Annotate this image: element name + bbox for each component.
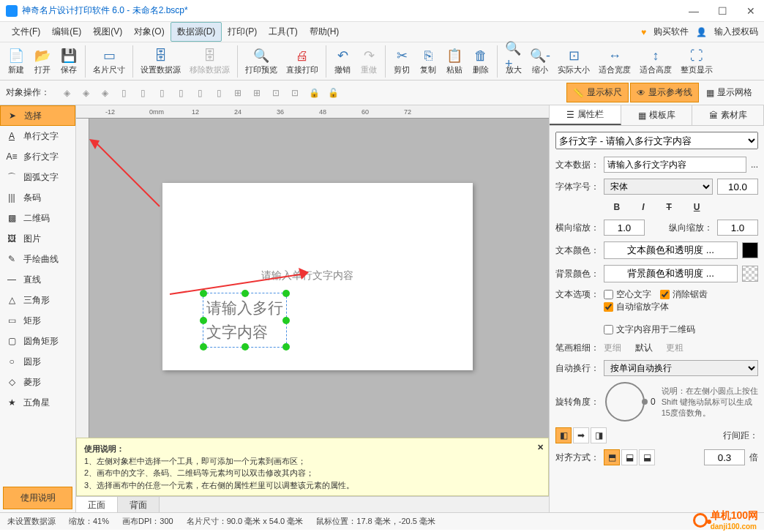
multi-line-text-element[interactable]: 请输入多行文字内容 <box>203 293 287 348</box>
tool-select[interactable]: ➤选择 <box>0 105 75 126</box>
align-bottom-icon[interactable]: ▯ <box>211 85 227 101</box>
object-selector[interactable]: 多行文字 - 请输入多行文字内容 <box>555 132 758 149</box>
antialias-checkbox[interactable]: 消除锯齿 <box>660 288 708 301</box>
ungroup-icon[interactable]: ⊡ <box>287 85 303 101</box>
fit-height-button[interactable]: ↕适合高度 <box>635 45 676 77</box>
layer-back-icon[interactable]: ◈ <box>97 85 113 101</box>
autoscale-font-checkbox[interactable]: 自动缩放字体 <box>604 301 758 313</box>
align-center-icon[interactable]: ▯ <box>135 85 151 101</box>
align-v-top-button[interactable]: ⬒ <box>604 449 620 465</box>
text-data-input[interactable] <box>604 157 746 173</box>
tool-star[interactable]: ★五角星 <box>0 392 75 413</box>
align-top-icon[interactable]: ▯ <box>173 85 189 101</box>
stroke-thick-button[interactable]: 更粗 <box>666 342 684 354</box>
tool-freehand[interactable]: ✎手绘曲线 <box>0 249 75 269</box>
tool-image[interactable]: 🖼图片 <box>0 228 75 249</box>
enter-code-link[interactable]: 输入授权码 <box>714 26 758 38</box>
stroke-thin-button[interactable]: 更细 <box>604 342 621 354</box>
fit-width-button[interactable]: ↔适合宽度 <box>594 45 635 77</box>
tool-single-text[interactable]: A单行文字 <box>0 126 75 146</box>
menu-view[interactable]: 视图(V) <box>87 23 128 41</box>
fit-page-button[interactable]: ⛶整页显示 <box>676 45 717 77</box>
close-button[interactable]: ✕ <box>744 5 758 17</box>
tool-rect[interactable]: ▭矩形 <box>0 310 75 331</box>
wrap-select[interactable]: 按单词自动换行 <box>604 360 758 376</box>
vscale-input[interactable] <box>717 220 758 236</box>
tab-properties[interactable]: ☰属性栏 <box>550 105 621 125</box>
resize-handle-s[interactable] <box>241 343 249 351</box>
menu-help[interactable]: 帮助(H) <box>304 23 345 41</box>
font-select[interactable]: 宋体 <box>604 179 713 195</box>
redo-button[interactable]: ↷重做 <box>356 45 382 77</box>
set-datasource-button[interactable]: 🗄设置数据源 <box>136 45 185 77</box>
group-icon[interactable]: ⊡ <box>268 85 284 101</box>
resize-handle-e[interactable] <box>282 317 290 324</box>
tab-assets[interactable]: 🏛素材库 <box>692 105 764 125</box>
save-button[interactable]: 💾保存 <box>56 45 82 77</box>
card-size-button[interactable]: ▭名片尺寸 <box>89 45 130 77</box>
bold-button[interactable]: B <box>609 201 624 214</box>
open-button[interactable]: 📂打开 <box>29 45 56 77</box>
tool-triangle[interactable]: △三角形 <box>0 290 75 310</box>
show-ruler-toggle[interactable]: 📏显示标尺 <box>566 83 629 102</box>
card-canvas[interactable]: 请输入单行文字内容 请输入多行文字内容 <box>162 183 473 370</box>
align-left-icon[interactable]: ▯ <box>116 85 132 101</box>
resize-handle-nw[interactable] <box>200 290 207 297</box>
lock-icon[interactable]: 🔒 <box>306 85 322 101</box>
maximize-button[interactable]: ☐ <box>715 5 730 17</box>
resize-handle-ne[interactable] <box>282 290 290 297</box>
resize-handle-sw[interactable] <box>200 343 207 351</box>
zoom-in-button[interactable]: 🔍+放大 <box>501 45 527 77</box>
menu-object[interactable]: 对象(O) <box>128 23 170 41</box>
resize-handle-se[interactable] <box>282 343 290 351</box>
menu-datasource[interactable]: 数据源(D) <box>171 22 222 42</box>
buy-software-link[interactable]: 购买软件 <box>653 26 689 38</box>
cut-button[interactable]: ✂剪切 <box>389 45 415 77</box>
rotation-dial[interactable] <box>605 382 645 422</box>
text-color-button[interactable]: 文本颜色和透明度 ... <box>604 241 738 259</box>
align-middle-icon[interactable]: ▯ <box>192 85 208 101</box>
tool-round-rect[interactable]: ▢圆角矩形 <box>0 331 75 351</box>
align-h-center-button[interactable]: ➡ <box>573 427 589 443</box>
single-line-text-element[interactable]: 请输入单行文字内容 <box>261 269 353 282</box>
print-preview-button[interactable]: 🔍打印预览 <box>241 45 282 77</box>
zoom-out-button[interactable]: 🔍-缩小 <box>527 45 553 77</box>
hollow-text-checkbox[interactable]: 空心文字 <box>604 288 651 301</box>
align-h-right-button[interactable]: ◨ <box>591 427 607 443</box>
distribute-v-icon[interactable]: ⊞ <box>249 85 265 101</box>
align-v-middle-button[interactable]: ⬓ <box>621 449 637 465</box>
bg-color-button[interactable]: 背景颜色和透明度 ... <box>604 265 738 282</box>
copy-button[interactable]: ⎘复制 <box>415 45 441 77</box>
tab-back[interactable]: 背面 <box>118 497 160 512</box>
distribute-h-icon[interactable]: ⊞ <box>230 85 246 101</box>
tab-front[interactable]: 正面 <box>76 497 118 512</box>
undo-button[interactable]: ↶撤销 <box>329 45 356 77</box>
unlock-icon[interactable]: 🔓 <box>325 85 341 101</box>
tool-arc-text[interactable]: ⌒圆弧文字 <box>0 167 75 187</box>
stroke-default-button[interactable]: 默认 <box>635 342 653 354</box>
layer-icon[interactable]: ◈ <box>59 85 75 101</box>
resize-handle-w[interactable] <box>200 317 207 324</box>
text-data-more-button[interactable]: ... <box>751 160 758 170</box>
underline-button[interactable]: U <box>689 201 705 214</box>
actual-size-button[interactable]: ⊡实际大小 <box>553 45 594 77</box>
align-v-bottom-button[interactable]: ⬓ <box>639 449 655 465</box>
canvas-area[interactable]: -12 0mm 12 24 36 48 60 72 请输入单行文字内容 请输入多… <box>76 105 549 512</box>
usage-info-button[interactable]: 使用说明 <box>3 487 72 509</box>
paste-button[interactable]: 📋粘贴 <box>441 45 468 77</box>
align-right-icon[interactable]: ▯ <box>154 85 170 101</box>
show-grid-toggle[interactable]: ▦显示网格 <box>700 83 758 102</box>
show-guides-toggle[interactable]: 👁显示参考线 <box>630 83 699 102</box>
new-button[interactable]: 📄新建 <box>3 45 29 77</box>
tool-diamond[interactable]: ◇菱形 <box>0 372 75 392</box>
hscale-input[interactable] <box>604 220 645 236</box>
strike-button[interactable]: T <box>662 201 676 214</box>
tool-multi-text[interactable]: A≡多行文字 <box>0 146 75 167</box>
line-space-input[interactable] <box>704 449 745 465</box>
help-close-button[interactable]: ✕ <box>537 441 544 454</box>
tool-line[interactable]: —直线 <box>0 269 75 290</box>
menu-file[interactable]: 文件(F) <box>6 23 46 41</box>
tool-circle[interactable]: ○圆形 <box>0 351 75 372</box>
menu-tools[interactable]: 工具(T) <box>263 23 303 41</box>
tab-templates[interactable]: ▦模板库 <box>621 105 693 125</box>
